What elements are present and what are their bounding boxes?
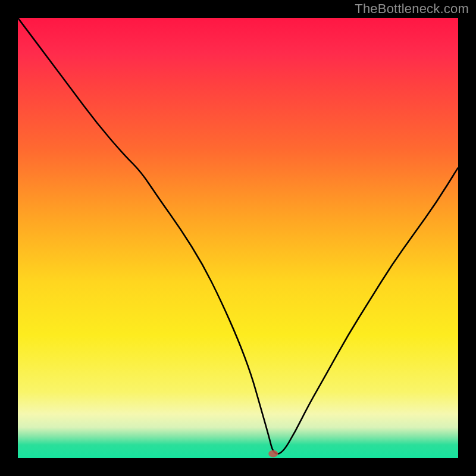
watermark-label: TheBottleneck.com — [355, 1, 469, 17]
plot-area — [18, 18, 458, 458]
optimum-marker — [268, 450, 278, 458]
bottleneck-curve — [18, 18, 458, 454]
chart-frame: TheBottleneck.com — [0, 0, 476, 476]
curve-layer — [18, 18, 458, 458]
